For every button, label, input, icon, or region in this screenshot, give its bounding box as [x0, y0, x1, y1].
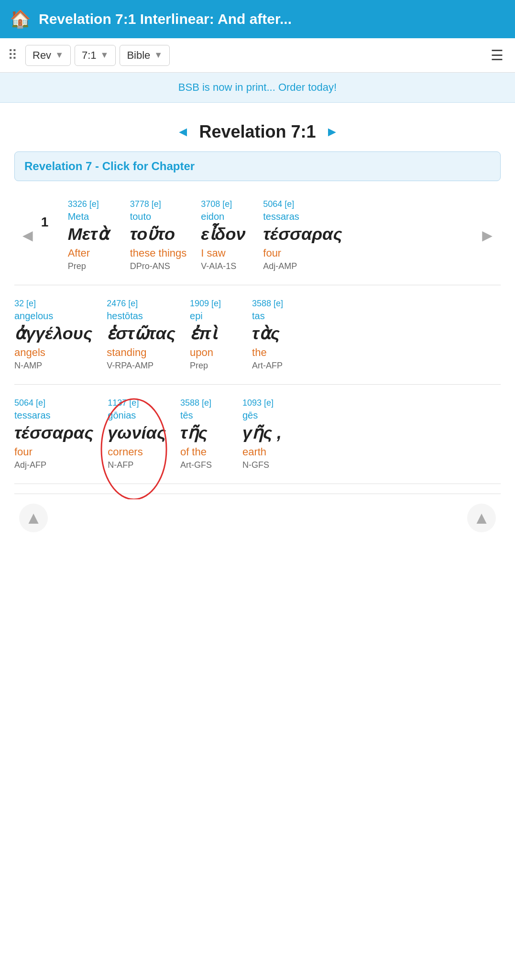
- greek-eidon: εἶδον: [201, 224, 245, 244]
- translit-tes: tēs: [180, 410, 193, 421]
- bottom-prev-button[interactable]: ▲: [19, 504, 48, 532]
- verse-row-2: 32 [e] angelous ἀγγέλους angels N-AMP 24…: [14, 295, 501, 375]
- strongs-tas[interactable]: 3588 [e]: [252, 299, 283, 309]
- english-meta: After: [68, 247, 90, 259]
- word-block-gonias: 1137 [e] gōnias γωνίας corners N-AFP: [108, 394, 175, 474]
- bottom-next-button[interactable]: ▲: [467, 504, 496, 532]
- greek-epi: ἐπὶ: [190, 323, 217, 344]
- verse-1-words: 1 3326 [e] Meta Μετὰ After Prep 3778 [e]…: [41, 195, 474, 275]
- translit-meta: Meta: [68, 211, 89, 222]
- strongs-angelous[interactable]: 32 [e]: [14, 299, 36, 309]
- verse-1-words-row2: 32 [e] angelous ἀγγέλους angels N-AMP 24…: [14, 295, 501, 375]
- english-hestotas: standing: [107, 346, 146, 359]
- chapter-label: 7:1: [82, 49, 97, 62]
- strongs-tessaras-2[interactable]: 5064 [e]: [14, 398, 45, 408]
- strongs-epi[interactable]: 1909 [e]: [190, 299, 221, 309]
- strongs-ges[interactable]: 1093 [e]: [242, 398, 274, 408]
- chapter-title: Revelation 7:1: [199, 122, 316, 142]
- chapter-link[interactable]: Revelation 7 - Click for Chapter: [14, 151, 501, 181]
- verse-1-words-row3: 5064 [e] tessaras τέσσαρας four Adj-AFP …: [14, 394, 501, 474]
- word-block-tessaras-1: 5064 [e] tessaras τέσσαρας four Adj-AMP: [263, 195, 351, 275]
- bottom-nav: ▲ ▲: [14, 494, 501, 542]
- bible-select[interactable]: Bible ▼: [120, 45, 170, 66]
- greek-gonias: γωνίας: [108, 423, 166, 443]
- book-select[interactable]: Rev ▼: [25, 45, 71, 66]
- right-nav-arrow-1[interactable]: ►: [474, 216, 501, 255]
- next-chapter-button[interactable]: ►: [326, 124, 339, 140]
- bible-chevron-icon: ▼: [154, 50, 163, 60]
- translit-epi: epi: [190, 311, 203, 322]
- english-touto: these things: [130, 247, 187, 259]
- translit-tessaras-2: tessaras: [14, 410, 51, 421]
- word-block-tessaras-2: 5064 [e] tessaras τέσσαρας four Adj-AFP: [14, 394, 103, 474]
- translit-eidon: eidon: [201, 211, 224, 222]
- grammar-meta: Prep: [68, 261, 86, 271]
- english-tessaras-2: four: [14, 446, 33, 458]
- translit-tessaras-1: tessaras: [263, 211, 299, 222]
- translit-ges: gēs: [242, 410, 258, 421]
- home-icon[interactable]: 🏠: [10, 9, 31, 29]
- grammar-eidon: V-AIA-1S: [201, 261, 236, 271]
- chapter-select[interactable]: 7:1 ▼: [75, 45, 116, 66]
- translit-tas: tas: [252, 311, 265, 322]
- divider-3: [14, 484, 501, 484]
- divider-1: [14, 285, 501, 285]
- strongs-eidon[interactable]: 3708 [e]: [201, 199, 232, 209]
- verse-row-1: ◄ 1 3326 [e] Meta Μετὰ After Prep 3778 […: [14, 195, 501, 275]
- grammar-gonias: N-AFP: [108, 460, 133, 470]
- menu-icon[interactable]: ☰: [487, 43, 507, 67]
- word-block-tes: 3588 [e] tēs τῆς of the Art-GFS: [180, 394, 238, 474]
- verse-row-3: 5064 [e] tessaras τέσσαρας four Adj-AFP …: [14, 394, 501, 474]
- verse-number: 1: [41, 195, 55, 275]
- strongs-touto[interactable]: 3778 [e]: [130, 199, 161, 209]
- content: ◄ Revelation 7:1 ► Revelation 7 - Click …: [0, 103, 515, 551]
- left-nav-arrow[interactable]: ◄: [14, 216, 41, 255]
- greek-angelous: ἀγγέλους: [14, 323, 92, 344]
- book-label: Rev: [33, 49, 51, 62]
- word-block-hestotas: 2476 [e] hestōtas ἑστῶτας standing V-RPA…: [107, 295, 185, 375]
- chapter-chevron-icon: ▼: [100, 50, 109, 60]
- prev-chapter-button[interactable]: ◄: [176, 124, 190, 140]
- word-block-angelous: 32 [e] angelous ἀγγέλους angels N-AMP: [14, 295, 102, 375]
- greek-meta: Μετὰ: [68, 224, 109, 244]
- banner-link[interactable]: BSB is now in print... Order today!: [178, 81, 337, 93]
- bible-label: Bible: [127, 49, 150, 62]
- grid-icon[interactable]: ⠿: [8, 47, 18, 63]
- english-tas: the: [252, 346, 267, 359]
- grammar-tessaras-1: Adj-AMP: [263, 261, 297, 271]
- translit-hestotas: hestōtas: [107, 311, 143, 322]
- navbar: ⠿ Rev ▼ 7:1 ▼ Bible ▼ ☰: [0, 38, 515, 73]
- strongs-tes[interactable]: 3588 [e]: [180, 398, 211, 408]
- grammar-epi: Prep: [190, 361, 208, 371]
- strongs-tessaras-1[interactable]: 5064 [e]: [263, 199, 294, 209]
- grammar-angelous: N-AMP: [14, 361, 42, 371]
- word-block-touto: 3778 [e] touto τοῦτο these things DPro-A…: [130, 195, 197, 275]
- word-block-meta: 3326 [e] Meta Μετὰ After Prep: [68, 195, 125, 275]
- word-block-eidon: 3708 [e] eidon εἶδον I saw V-AIA-1S: [201, 195, 258, 275]
- english-tes: of the: [180, 446, 207, 458]
- grammar-tessaras-2: Adj-AFP: [14, 460, 46, 470]
- grammar-hestotas: V-RPA-AMP: [107, 361, 153, 371]
- grammar-ges: N-GFS: [242, 460, 269, 470]
- grammar-tas: Art-AFP: [252, 361, 283, 371]
- grammar-touto: DPro-ANS: [130, 261, 170, 271]
- english-eidon: I saw: [201, 247, 225, 259]
- divider-2: [14, 384, 501, 385]
- greek-tes: τῆς: [180, 423, 208, 443]
- greek-tas: τὰς: [252, 323, 280, 344]
- greek-tessaras-2: τέσσαρας: [14, 423, 93, 443]
- book-chevron-icon: ▼: [55, 50, 64, 60]
- english-epi: upon: [190, 346, 213, 359]
- translit-angelous: angelous: [14, 311, 53, 322]
- strongs-hestotas[interactable]: 2476 [e]: [107, 299, 138, 309]
- word-block-epi: 1909 [e] epi ἐπὶ upon Prep: [190, 295, 247, 375]
- word-block-ges: 1093 [e] gēs γῆς , earth N-GFS: [242, 394, 300, 474]
- english-gonias: corners: [108, 446, 142, 458]
- english-angelous: angels: [14, 346, 45, 359]
- translit-gonias: gōnias: [108, 410, 136, 421]
- bottom-prev-icon: ▲: [25, 508, 42, 528]
- grammar-tes: Art-GFS: [180, 460, 212, 470]
- word-block-tas: 3588 [e] tas τὰς the Art-AFP: [252, 295, 309, 375]
- strongs-meta[interactable]: 3326 [e]: [68, 199, 99, 209]
- strongs-gonias[interactable]: 1137 [e]: [108, 398, 139, 408]
